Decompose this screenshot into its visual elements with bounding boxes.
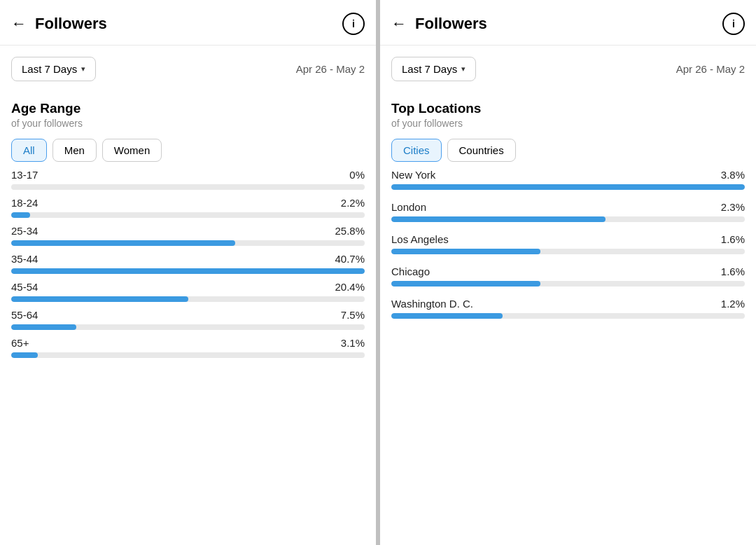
right-section-title: Top Locations bbox=[391, 101, 745, 116]
age-value: 2.2% bbox=[341, 197, 365, 209]
location-bar-fill bbox=[391, 313, 503, 319]
left-header-left: ← Followers bbox=[11, 15, 107, 33]
age-bar-row: 18-242.2% bbox=[11, 197, 365, 218]
location-bar-fill bbox=[391, 249, 540, 254]
age-value: 7.5% bbox=[341, 309, 365, 321]
location-bar-track bbox=[391, 184, 745, 190]
location-bar-track bbox=[391, 281, 745, 287]
left-panel: ← Followers i Last 7 Days ▾ Apr 26 - May… bbox=[0, 0, 376, 545]
age-bar-row: 13-170% bbox=[11, 169, 365, 190]
age-bar-row: 45-5420.4% bbox=[11, 281, 365, 302]
age-value: 3.1% bbox=[341, 337, 365, 349]
left-period-button[interactable]: Last 7 Days ▾ bbox=[11, 57, 96, 81]
left-date-range: Apr 26 - May 2 bbox=[296, 63, 365, 75]
location-row: Washington D. C.1.2% bbox=[391, 298, 745, 319]
left-header: ← Followers i bbox=[0, 0, 376, 46]
age-bar-track bbox=[11, 352, 365, 358]
right-header: ← Followers i bbox=[380, 0, 756, 46]
age-bar-row: 65+3.1% bbox=[11, 337, 365, 358]
age-label: 45-54 bbox=[11, 281, 38, 293]
left-back-button[interactable]: ← bbox=[11, 16, 27, 32]
age-bar-fill bbox=[11, 352, 38, 358]
age-value: 0% bbox=[349, 169, 365, 181]
right-back-button[interactable]: ← bbox=[391, 16, 407, 32]
location-value: 1.6% bbox=[721, 233, 745, 245]
left-period-label: Last 7 Days bbox=[22, 63, 77, 75]
right-filter-row: Last 7 Days ▾ Apr 26 - May 2 bbox=[380, 46, 756, 91]
location-name: Los Angeles bbox=[391, 233, 449, 245]
right-period-button[interactable]: Last 7 Days ▾ bbox=[391, 57, 476, 81]
left-section-title: Age Range bbox=[11, 101, 365, 116]
age-bar-track bbox=[11, 296, 365, 302]
location-value: 1.2% bbox=[721, 298, 745, 310]
tab-all[interactable]: All bbox=[11, 139, 47, 162]
age-label: 35-44 bbox=[11, 253, 38, 265]
left-tabs: All Men Women bbox=[11, 139, 365, 162]
location-bar-fill bbox=[391, 184, 745, 190]
left-section: Age Range of your followers All Men Wome… bbox=[0, 91, 376, 169]
location-name: Chicago bbox=[391, 265, 430, 277]
tab-men[interactable]: Men bbox=[52, 139, 97, 162]
location-value: 3.8% bbox=[721, 169, 745, 181]
location-bar-fill bbox=[391, 216, 606, 222]
right-location-rows: New York3.8%London2.3%Los Angeles1.6%Chi… bbox=[380, 169, 756, 545]
age-label: 65+ bbox=[11, 337, 29, 349]
age-bar-track bbox=[11, 240, 365, 246]
age-value: 40.7% bbox=[335, 253, 365, 265]
left-filter-row: Last 7 Days ▾ Apr 26 - May 2 bbox=[0, 46, 376, 91]
location-bar-fill bbox=[391, 281, 540, 287]
location-name: London bbox=[391, 201, 426, 213]
right-header-left: ← Followers bbox=[391, 15, 487, 33]
age-label: 18-24 bbox=[11, 197, 38, 209]
tab-women[interactable]: Women bbox=[102, 139, 162, 162]
tab-cities[interactable]: Cities bbox=[391, 139, 442, 162]
age-bar-track bbox=[11, 268, 365, 274]
location-bar-track bbox=[391, 249, 745, 254]
left-section-subtitle: of your followers bbox=[11, 118, 365, 129]
location-name: Washington D. C. bbox=[391, 298, 473, 310]
right-period-label: Last 7 Days bbox=[402, 63, 457, 75]
location-row: Los Angeles1.6% bbox=[391, 233, 745, 254]
age-label: 25-34 bbox=[11, 225, 38, 237]
age-bar-row: 35-4440.7% bbox=[11, 253, 365, 274]
left-page-title: Followers bbox=[35, 15, 107, 33]
right-section-subtitle: of your followers bbox=[391, 118, 745, 129]
age-value: 20.4% bbox=[335, 281, 365, 293]
left-info-button[interactable]: i bbox=[342, 13, 365, 35]
right-chevron-icon: ▾ bbox=[461, 64, 465, 74]
location-bar-track bbox=[391, 313, 745, 319]
age-bar-fill bbox=[11, 324, 76, 330]
right-tabs: Cities Countries bbox=[391, 139, 745, 162]
location-value: 2.3% bbox=[721, 201, 745, 213]
location-name: New York bbox=[391, 169, 435, 181]
location-row: Chicago1.6% bbox=[391, 265, 745, 287]
left-chevron-icon: ▾ bbox=[81, 64, 85, 74]
right-section: Top Locations of your followers Cities C… bbox=[380, 91, 756, 169]
age-label: 13-17 bbox=[11, 169, 38, 181]
age-bar-track bbox=[11, 184, 365, 190]
age-bar-track bbox=[11, 324, 365, 330]
right-info-button[interactable]: i bbox=[722, 13, 745, 35]
right-page-title: Followers bbox=[415, 15, 487, 33]
age-bar-fill bbox=[11, 296, 188, 302]
age-bar-track bbox=[11, 212, 365, 218]
age-value: 25.8% bbox=[335, 225, 365, 237]
location-bar-track bbox=[391, 216, 745, 222]
tab-countries[interactable]: Countries bbox=[447, 139, 516, 162]
location-row: New York3.8% bbox=[391, 169, 745, 190]
age-bar-row: 25-3425.8% bbox=[11, 225, 365, 246]
age-bar-fill bbox=[11, 240, 235, 246]
age-label: 55-64 bbox=[11, 309, 38, 321]
right-date-range: Apr 26 - May 2 bbox=[676, 63, 745, 75]
location-value: 1.6% bbox=[721, 265, 745, 277]
age-bar-fill bbox=[11, 212, 30, 218]
right-panel: ← Followers i Last 7 Days ▾ Apr 26 - May… bbox=[380, 0, 756, 545]
location-row: London2.3% bbox=[391, 201, 745, 222]
left-bar-rows: 13-170%18-242.2%25-3425.8%35-4440.7%45-5… bbox=[0, 169, 376, 545]
age-bar-row: 55-647.5% bbox=[11, 309, 365, 330]
age-bar-fill bbox=[11, 268, 365, 274]
